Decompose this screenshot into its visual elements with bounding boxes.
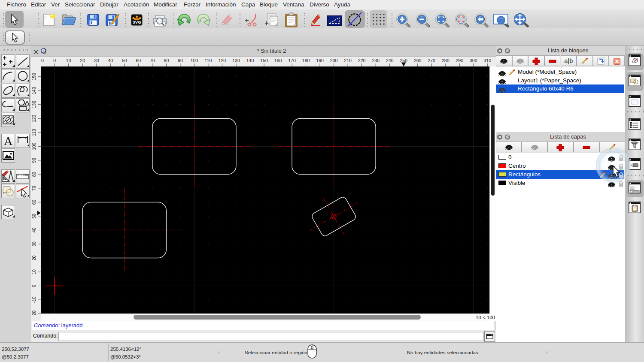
svg-text:210: 210 <box>344 58 352 63</box>
svg-text:260: 260 <box>414 58 422 63</box>
svg-text:130: 130 <box>232 58 240 63</box>
svg-text:170: 170 <box>288 58 296 63</box>
svg-text:160: 160 <box>274 58 282 63</box>
svg-text:190: 190 <box>316 58 324 63</box>
svg-text:40: 40 <box>31 227 36 232</box>
svg-text:10: 10 <box>31 269 36 275</box>
svg-text:80: 80 <box>31 172 36 177</box>
svg-text:300: 300 <box>470 58 477 63</box>
svg-text:90: 90 <box>31 158 36 163</box>
svg-text:0: 0 <box>41 58 44 63</box>
svg-text:70: 70 <box>150 58 155 63</box>
svg-text:240: 240 <box>386 58 394 63</box>
svg-text:20: 20 <box>31 256 36 261</box>
svg-text:100: 100 <box>31 142 36 150</box>
svg-text:100: 100 <box>191 58 198 63</box>
svg-text:50: 50 <box>31 214 36 219</box>
svg-text:0: 0 <box>53 58 56 63</box>
svg-text:0: 0 <box>31 284 36 287</box>
svg-text:70: 70 <box>31 186 36 191</box>
svg-text:10: 10 <box>66 58 71 63</box>
svg-text:270: 270 <box>428 58 435 63</box>
svg-text:110: 110 <box>205 58 212 63</box>
svg-text:-10: -10 <box>31 296 36 303</box>
svg-text:130: 130 <box>31 101 36 109</box>
svg-text:200: 200 <box>330 58 338 63</box>
svg-text:SVG: SVG <box>132 20 141 24</box>
svg-text:30: 30 <box>94 58 99 63</box>
svg-text:120: 120 <box>219 58 226 63</box>
svg-text:310: 310 <box>484 58 492 63</box>
svg-text:A: A <box>4 134 13 148</box>
svg-text:290: 290 <box>456 58 464 63</box>
svg-text:60: 60 <box>31 199 36 205</box>
svg-text:60: 60 <box>136 58 141 63</box>
svg-text:90: 90 <box>178 58 183 63</box>
svg-text:230: 230 <box>372 58 380 63</box>
svg-text:140: 140 <box>246 58 254 63</box>
svg-text:-20: -20 <box>31 311 36 315</box>
svg-text:80: 80 <box>164 58 169 63</box>
svg-text:250: 250 <box>400 58 407 63</box>
svg-text:180: 180 <box>302 58 310 63</box>
svg-text:40: 40 <box>108 58 113 63</box>
svg-text:140: 140 <box>31 87 36 94</box>
svg-text:220: 220 <box>358 58 366 63</box>
svg-text:C command: C command <box>630 191 641 193</box>
svg-text:120: 120 <box>31 115 36 122</box>
svg-text:30: 30 <box>31 241 36 247</box>
svg-text:150: 150 <box>260 58 268 63</box>
svg-text:110: 110 <box>31 129 36 136</box>
svg-text:50: 50 <box>122 58 127 63</box>
svg-text:280: 280 <box>442 58 450 63</box>
svg-text:150: 150 <box>31 73 36 81</box>
svg-text:20: 20 <box>80 58 85 63</box>
